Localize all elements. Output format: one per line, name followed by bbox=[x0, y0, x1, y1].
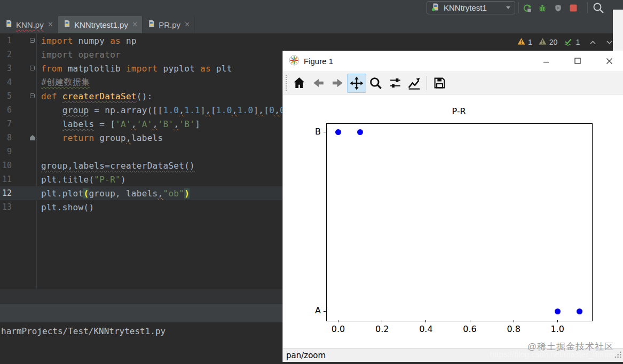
screen: KNNtrytest1 bbox=[0, 0, 623, 364]
python-file-run-icon bbox=[431, 3, 440, 13]
x-tick-label: 0.4 bbox=[415, 324, 437, 334]
line-number: 9 bbox=[0, 147, 12, 156]
toolbar-separator bbox=[587, 2, 588, 13]
close-button[interactable] bbox=[601, 53, 617, 68]
close-tab-icon[interactable]: × bbox=[132, 20, 137, 29]
x-tick bbox=[338, 320, 338, 322]
editor-tab-bar: KNN.py × KNNtrytest1.py × PR.py × bbox=[0, 16, 613, 34]
line-number: 12 bbox=[0, 188, 12, 198]
x-tick-label: 0.6 bbox=[459, 324, 480, 334]
matplotlib-logo-icon bbox=[289, 55, 299, 68]
toolbar-mode-message: pan/zoom bbox=[286, 351, 326, 360]
close-tab-icon[interactable]: × bbox=[48, 20, 53, 29]
forward-icon[interactable] bbox=[328, 74, 347, 93]
pan-icon[interactable] bbox=[347, 74, 366, 93]
tab-label: PR.py bbox=[159, 20, 180, 29]
x-tick bbox=[425, 320, 426, 322]
x-tick-label: 0.2 bbox=[372, 324, 393, 334]
zoom-rect-icon[interactable] bbox=[366, 74, 385, 93]
python-file-icon bbox=[5, 20, 13, 29]
data-point bbox=[555, 308, 561, 314]
typo-count: 1 bbox=[575, 38, 580, 46]
line-number: 1 bbox=[0, 36, 12, 45]
tab-label: KNNtrytest1.py bbox=[74, 20, 128, 29]
fold-minus-icon[interactable] bbox=[30, 38, 35, 43]
minimize-button[interactable] bbox=[538, 53, 554, 68]
previous-problem-icon[interactable] bbox=[589, 38, 596, 46]
x-tick bbox=[470, 320, 470, 322]
plot-title: P-R bbox=[326, 106, 592, 116]
x-tick-label: 0.0 bbox=[328, 324, 349, 334]
line-number: 13 bbox=[0, 202, 12, 212]
y-tick-label: A bbox=[305, 305, 321, 315]
run-configuration-name: KNNtrytest1 bbox=[444, 3, 487, 12]
line-number: 5 bbox=[0, 91, 12, 101]
line-number: 6 bbox=[0, 105, 12, 115]
weak-warning-icon bbox=[539, 38, 547, 46]
fold-minus-icon[interactable] bbox=[30, 93, 35, 98]
x-tick bbox=[382, 320, 382, 322]
run-with-coverage-button[interactable] bbox=[553, 3, 563, 13]
line-number: 3 bbox=[0, 64, 12, 73]
y-tick-label: B bbox=[305, 126, 321, 137]
x-tick bbox=[557, 320, 558, 322]
configure-subplots-icon[interactable] bbox=[385, 74, 405, 93]
chevron-down-icon bbox=[506, 6, 510, 9]
fold-minus-icon[interactable] bbox=[30, 66, 35, 70]
line-number: 8 bbox=[0, 133, 12, 143]
back-icon[interactable] bbox=[309, 74, 328, 93]
toolbar-separator bbox=[427, 76, 427, 90]
figure-window: Figure 1 bbox=[282, 51, 623, 362]
weak-warning-count: 20 bbox=[549, 38, 558, 46]
figure-toolbar bbox=[283, 72, 623, 94]
line-number: 2 bbox=[0, 50, 12, 59]
y-tick bbox=[324, 311, 326, 312]
x-tick-label: 1.0 bbox=[547, 324, 568, 334]
main-toolbar: KNNtrytest1 bbox=[0, 0, 623, 16]
axes-box bbox=[326, 123, 593, 321]
fold-end-icon[interactable] bbox=[30, 135, 35, 140]
line-number: 10 bbox=[0, 161, 12, 170]
data-point bbox=[577, 308, 582, 314]
next-problem-icon[interactable] bbox=[606, 38, 613, 46]
tab-label: KNN.py bbox=[16, 20, 44, 29]
x-tick bbox=[514, 320, 514, 322]
tab-knn-py[interactable]: KNN.py × bbox=[0, 16, 58, 33]
figure-titlebar[interactable]: Figure 1 bbox=[283, 51, 623, 72]
inspections-widget[interactable]: 1 20 1 bbox=[517, 37, 613, 48]
warning-icon bbox=[517, 38, 525, 46]
close-tab-icon[interactable]: × bbox=[185, 20, 190, 29]
save-icon[interactable] bbox=[430, 74, 449, 93]
background-window-edge bbox=[613, 10, 623, 52]
line-number: 7 bbox=[0, 119, 12, 129]
typo-check-icon bbox=[564, 37, 573, 48]
watermark-url: https://blog.csdn.net/master_hunter bbox=[490, 350, 616, 359]
x-tick-label: 0.8 bbox=[503, 324, 524, 334]
y-tick bbox=[324, 132, 326, 132]
toolbar-separator bbox=[518, 2, 519, 13]
plot-canvas[interactable]: P-R0.00.20.40.60.81.0AB bbox=[283, 94, 623, 348]
rerun-button[interactable] bbox=[522, 3, 532, 13]
toolbar-drag-handle[interactable] bbox=[286, 75, 287, 92]
line-number: 11 bbox=[0, 175, 12, 184]
maximize-button[interactable] bbox=[570, 53, 586, 68]
edit-axes-icon[interactable] bbox=[405, 74, 424, 93]
python-file-icon bbox=[63, 20, 71, 29]
search-everywhere-icon[interactable] bbox=[590, 1, 606, 15]
python-file-icon bbox=[147, 20, 155, 29]
figure-window-title: Figure 1 bbox=[304, 57, 333, 66]
tab-pr-py[interactable]: PR.py × bbox=[143, 16, 195, 33]
home-icon[interactable] bbox=[289, 74, 309, 93]
debug-button[interactable] bbox=[538, 3, 547, 13]
run-configuration-selector[interactable]: KNNtrytest1 bbox=[427, 1, 515, 14]
tab-knntrytest1-py[interactable]: KNNtrytest1.py × bbox=[58, 16, 143, 33]
line-number: 4 bbox=[0, 77, 12, 87]
warning-count: 1 bbox=[528, 38, 532, 46]
stop-button[interactable] bbox=[569, 3, 578, 13]
